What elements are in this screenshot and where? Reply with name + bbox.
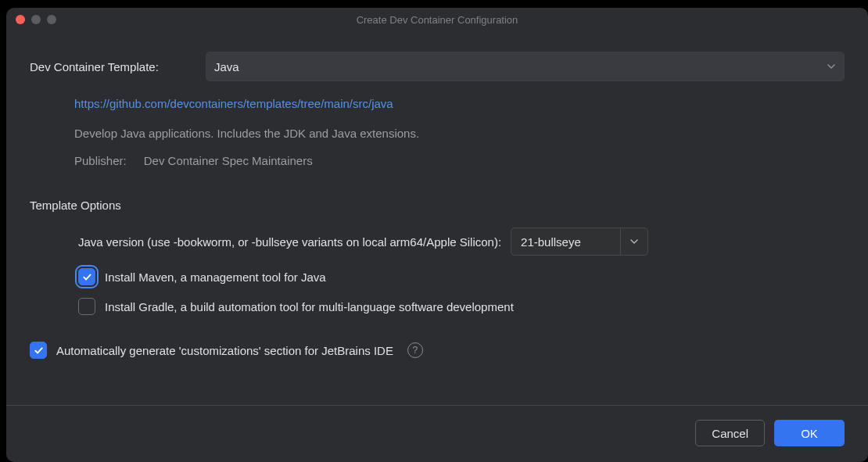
template-description: Develop Java applications. Includes the … (74, 127, 845, 140)
publisher-value: Dev Container Spec Maintainers (144, 154, 313, 167)
chevron-down-icon (629, 235, 639, 249)
auto-customizations-checkbox[interactable] (30, 342, 47, 359)
publisher-row: Publisher: Dev Container Spec Maintainer… (74, 154, 845, 167)
dialog: Create Dev Container Configuration Dev C… (6, 8, 868, 462)
template-label: Dev Container Template: (30, 60, 206, 73)
content-area: Dev Container Template: Java https://git… (6, 31, 868, 386)
close-window-button[interactable] (16, 15, 25, 24)
java-version-row: Java version (use -bookworm, or -bullsey… (78, 227, 845, 256)
java-version-dropdown-button[interactable] (620, 228, 647, 255)
template-row: Dev Container Template: Java (30, 52, 845, 81)
install-maven-row: Install Maven, a management tool for Jav… (78, 268, 845, 285)
template-info: https://github.com/devcontainers/templat… (30, 97, 845, 167)
window-controls (16, 15, 56, 24)
maximize-window-button[interactable] (47, 15, 56, 24)
publisher-label: Publisher: (74, 154, 127, 167)
auto-customizations-label: Automatically generate 'customizations' … (56, 344, 393, 357)
java-version-value: 21-bullseye (511, 228, 620, 255)
java-version-label: Java version (use -bookworm, or -bullsey… (78, 235, 501, 249)
auto-customizations-row: Automatically generate 'customizations' … (30, 342, 845, 359)
install-gradle-checkbox[interactable] (78, 298, 95, 315)
footer: Cancel OK (6, 405, 868, 462)
template-link[interactable]: https://github.com/devcontainers/templat… (74, 97, 393, 110)
install-gradle-row: Install Gradle, a build automation tool … (78, 298, 845, 315)
titlebar: Create Dev Container Configuration (6, 8, 868, 31)
java-version-select[interactable]: 21-bullseye (511, 227, 648, 256)
cancel-button[interactable]: Cancel (695, 420, 765, 446)
ok-button[interactable]: OK (774, 420, 845, 446)
install-maven-checkbox[interactable] (78, 268, 95, 285)
help-icon[interactable]: ? (407, 342, 423, 358)
template-options: Java version (use -bookworm, or -bullsey… (30, 227, 845, 315)
template-select-value: Java (214, 60, 239, 73)
template-select[interactable]: Java (206, 52, 845, 81)
chevron-down-icon (827, 60, 836, 73)
install-maven-label: Install Maven, a management tool for Jav… (105, 270, 326, 284)
minimize-window-button[interactable] (31, 15, 41, 24)
template-options-heading: Template Options (30, 199, 845, 212)
install-gradle-label: Install Gradle, a build automation tool … (105, 300, 514, 313)
window-title: Create Dev Container Configuration (357, 14, 518, 26)
